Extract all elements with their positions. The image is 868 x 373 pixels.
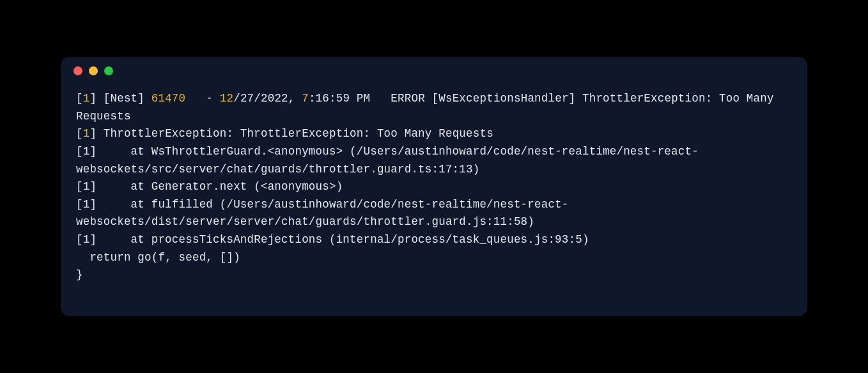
titlebar — [61, 57, 807, 85]
close-icon[interactable] — [74, 66, 82, 75]
return-statement: return go(f, seed, []) — [76, 251, 240, 264]
stack-trace-1: [1] at WsThrottlerGuard.<anonymous> (/Us… — [76, 145, 699, 176]
stack-trace-3: [1] at fulfilled (/Users/austinhoward/co… — [76, 198, 569, 229]
stack-trace-2: [1] at Generator.next (<anonymous>) — [76, 180, 343, 193]
closing-brace: } — [76, 268, 83, 281]
log-line-1: [1] [Nest] 61470 - 12/27/2022, 7:16:59 P… — [76, 92, 780, 123]
maximize-icon[interactable] — [104, 66, 113, 75]
log-line-2: [1] ThrottlerException: ThrottlerExcepti… — [76, 127, 493, 140]
minimize-icon[interactable] — [89, 66, 98, 75]
stack-trace-4: [1] at processTicksAndRejections (intern… — [76, 233, 589, 246]
terminal-window: [1] [Nest] 61470 - 12/27/2022, 7:16:59 P… — [61, 57, 807, 316]
terminal-output: [1] [Nest] 61470 - 12/27/2022, 7:16:59 P… — [61, 85, 807, 300]
